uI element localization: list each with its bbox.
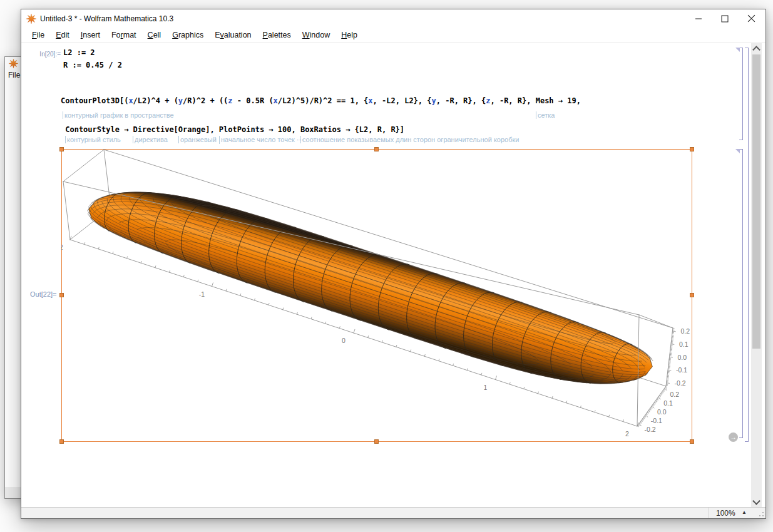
resize-grip[interactable]: [757, 510, 764, 516]
svg-text:-2: -2: [61, 243, 63, 251]
selection-handle[interactable]: [690, 293, 694, 297]
menu-help[interactable]: Help: [335, 31, 363, 39]
selection-handle[interactable]: [690, 147, 694, 151]
menu-format[interactable]: Format: [106, 31, 142, 39]
svg-text:2: 2: [625, 430, 629, 437]
close-button[interactable]: [738, 9, 764, 28]
code-annotation: контурный стиль: [65, 136, 121, 143]
scroll-up-icon[interactable]: [752, 46, 760, 54]
code-line-l2[interactable]: L2 := 2: [63, 48, 95, 57]
zoom-menu-arrow-icon[interactable]: ▲: [742, 509, 747, 515]
suggestions-bar-arrow-icon[interactable]: →: [729, 432, 738, 442]
svg-text:-1: -1: [199, 290, 205, 298]
code-annotation: сетка: [536, 111, 555, 119]
code-annotation: директива: [133, 136, 168, 143]
desktop: File Untitled-3 * - Wolfram Mathematica …: [0, 0, 773, 532]
svg-text:0.1: 0.1: [679, 340, 689, 348]
scroll-down-icon[interactable]: [752, 497, 760, 505]
menu-window[interactable]: Window: [297, 31, 335, 39]
cell-bracket-flag-icon: [735, 149, 740, 153]
maximize-button[interactable]: [712, 9, 738, 28]
svg-text:1: 1: [484, 384, 488, 391]
selection-handle[interactable]: [59, 147, 64, 151]
menu-evaluation[interactable]: Evaluation: [209, 31, 257, 39]
svg-text:-0.2: -0.2: [675, 379, 686, 387]
graphic-output-frame[interactable]: -2-10120.20.10.0-0.1-0.20.20.10.0-0.1-0.…: [61, 149, 692, 442]
menu-cell[interactable]: Cell: [142, 31, 167, 39]
cell-bracket-input[interactable]: [739, 48, 743, 140]
menu-insert[interactable]: Insert: [75, 31, 106, 39]
background-window-menu-file[interactable]: File: [8, 71, 20, 79]
selection-handle[interactable]: [374, 147, 379, 151]
vertical-scrollbar[interactable]: [751, 43, 762, 508]
code-annotations-row-1: контурный график в пространствесетка: [21, 111, 735, 120]
code-annotation: контурный график в пространстве: [63, 111, 174, 119]
menu-bar: FileEditInsertFormatCellGraphicsEvaluati…: [21, 28, 765, 43]
mathematica-icon: [26, 14, 36, 24]
code-annotation: оранжевый: [178, 136, 217, 143]
code-line-contourplot3d[interactable]: ContourPlot3D[(x/L2)^4 + (y/R)^2 + ((z -…: [61, 96, 581, 105]
svg-text:0.2: 0.2: [670, 391, 679, 398]
contour-plot-3d[interactable]: -2-10120.20.10.0-0.1-0.20.20.10.0-0.1-0.…: [61, 149, 691, 441]
cell-bracket-group[interactable]: [745, 48, 749, 442]
selection-handle[interactable]: [59, 439, 64, 444]
svg-text:0: 0: [342, 337, 346, 344]
svg-text:-0.1: -0.1: [651, 417, 662, 424]
svg-text:0.1: 0.1: [663, 399, 673, 407]
cell-out-label: Out[22]=: [30, 290, 57, 298]
code-annotation: соотношение показываемых длин сторон огр…: [300, 136, 519, 143]
svg-text:0.2: 0.2: [680, 327, 690, 335]
status-bar: 100% ▲: [21, 507, 765, 518]
mathematica-window: Untitled-3 * - Wolfram Mathematica 10.3 …: [21, 9, 766, 519]
code-annotation: начальное число точек ⋯: [219, 136, 304, 144]
window-title: Untitled-3 * - Wolfram Mathematica 10.3: [40, 14, 173, 23]
svg-text:0.0: 0.0: [657, 408, 667, 416]
code-line-r[interactable]: R := 0.45 / 2: [63, 61, 122, 69]
menu-graphics[interactable]: Graphics: [166, 31, 209, 39]
zoom-level[interactable]: 100%: [716, 509, 735, 518]
menu-palettes[interactable]: Palettes: [257, 31, 297, 39]
cell-bracket-output[interactable]: [739, 149, 743, 438]
selection-handle[interactable]: [690, 439, 694, 444]
selection-handle[interactable]: [374, 439, 379, 444]
cell-in-label: In[20]:=: [38, 51, 61, 58]
minimize-button[interactable]: [685, 9, 712, 28]
svg-text:-0.1: -0.1: [676, 366, 687, 374]
statusbar-divider: [709, 508, 709, 518]
svg-text:0.0: 0.0: [678, 354, 687, 361]
code-line-contourstyle[interactable]: ContourStyle → Directive[Orange], PlotPo…: [61, 125, 404, 134]
svg-text:-0.2: -0.2: [645, 426, 656, 433]
mathematica-icon: [9, 59, 18, 68]
selection-handle[interactable]: [59, 293, 64, 297]
code-annotations-row-2: контурный стильдирективаоранжевыйначальн…: [21, 136, 735, 145]
menu-file[interactable]: File: [26, 31, 50, 39]
notebook-area[interactable]: In[20]:= L2 := 2 R := 0.45 / 2 ContourPl…: [21, 43, 765, 508]
titlebar[interactable]: Untitled-3 * - Wolfram Mathematica 10.3: [21, 9, 765, 28]
cell-bracket-flag-icon: [735, 48, 740, 52]
menu-edit[interactable]: Edit: [50, 31, 75, 39]
scrollbar-thumb[interactable]: [752, 54, 760, 349]
